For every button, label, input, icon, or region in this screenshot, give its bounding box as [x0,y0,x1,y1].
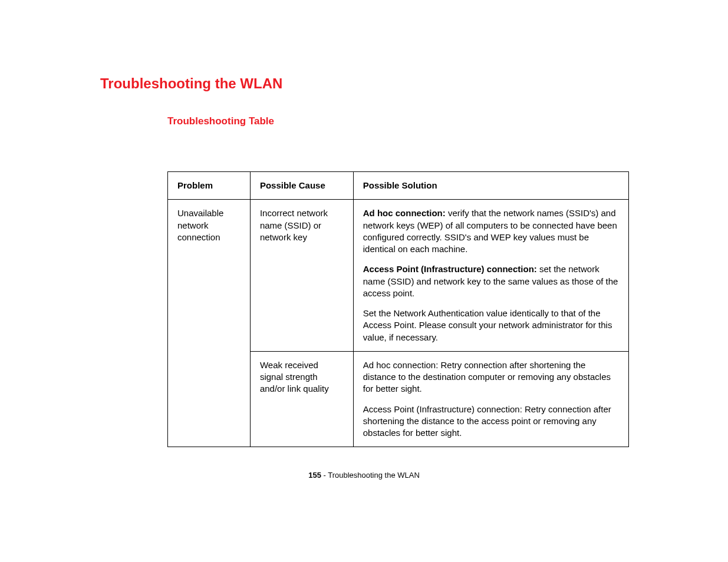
solution-text: Access Point (Infrastructure) connection… [363,404,611,438]
footer-page-number: 155 [308,471,321,480]
troubleshooting-table: Problem Possible Cause Possible Solution… [167,171,629,447]
footer-separator: - [321,471,328,480]
solution-paragraph: Ad hoc connection: verify that the netwo… [363,207,619,255]
footer-title: Troubleshooting the WLAN [328,471,420,480]
cell-problem: Unavailable network connection [168,200,251,447]
solution-paragraph: Access Point (Infrastructure) connection… [363,404,619,439]
header-solution: Possible Solution [353,172,628,200]
solution-paragraph: Access Point (Infrastructure) connection… [363,263,619,299]
solution-label: Ad hoc connection: [363,208,448,218]
cell-cause-2: Weak received signal strength and/or lin… [250,351,353,447]
table-row: Unavailable network connection Incorrect… [168,200,629,352]
solution-paragraph: Set the Network Authentication value ide… [363,308,619,343]
solution-label: Access Point (Infrastructure) connection… [363,264,539,274]
header-cause: Possible Cause [250,172,353,200]
page-footer: 155 - Troubleshooting the WLAN [0,471,728,480]
cell-solution-2: Ad hoc connection: Retry connection afte… [353,351,628,447]
solution-text: Set the Network Authentication value ide… [363,308,612,342]
header-problem: Problem [168,172,251,200]
troubleshooting-table-container: Problem Possible Cause Possible Solution… [167,171,629,447]
main-heading: Troubleshooting the WLAN [100,75,628,92]
sub-heading: Troubleshooting Table [167,115,628,127]
cell-solution-1: Ad hoc connection: verify that the netwo… [353,200,628,352]
solution-paragraph: Ad hoc connection: Retry connection afte… [363,359,619,395]
solution-text: Ad hoc connection: Retry connection afte… [363,360,611,394]
cell-cause-1: Incorrect network name (SSID) or network… [250,200,353,352]
table-header-row: Problem Possible Cause Possible Solution [168,172,629,200]
